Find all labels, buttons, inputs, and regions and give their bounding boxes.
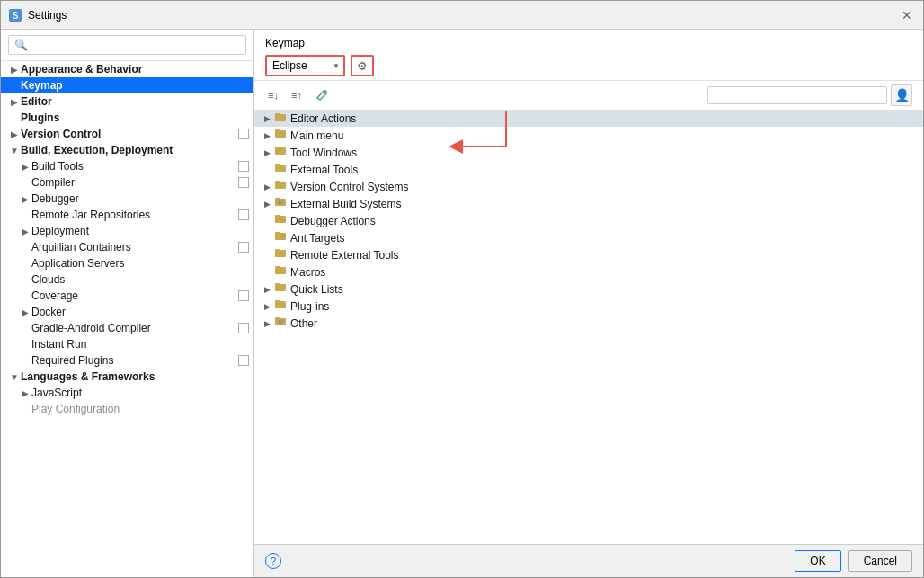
chevron-right-icon: ▶ xyxy=(262,319,272,328)
bottom-bar: ? OK Cancel xyxy=(254,544,923,577)
sidebar-item-debugger[interactable]: ▶ Debugger xyxy=(1,191,253,207)
tree-item-debugger-actions[interactable]: ▶ Debugger Actions xyxy=(254,212,923,229)
chevron-right-icon: ▶ xyxy=(262,182,272,191)
badge xyxy=(237,241,250,253)
sidebar-item-vcs[interactable]: ▶ Version Control xyxy=(1,126,253,142)
folder-icon xyxy=(274,299,287,313)
sidebar-item-build[interactable]: ▼ Build, Execution, Deployment xyxy=(1,142,253,158)
chevron-right-icon: ▶ xyxy=(19,194,31,204)
sidebar-item-javascript[interactable]: ▶ JavaScript xyxy=(1,385,253,401)
tree-item-editor-actions[interactable]: ▶ Editor Actions xyxy=(254,111,923,127)
sidebar-item-remote-jar[interactable]: Remote Jar Repositories xyxy=(1,207,253,223)
badge xyxy=(237,160,250,173)
tree-item-external-build[interactable]: ▶ External Build Systems xyxy=(254,195,923,212)
folder-icon xyxy=(274,248,287,262)
sidebar-item-compiler[interactable]: Compiler xyxy=(1,174,253,191)
help-button[interactable]: ? xyxy=(265,553,281,569)
sidebar: ▶ Appearance & Behavior Keymap ▶ Editor … xyxy=(1,30,254,577)
sidebar-item-appearance[interactable]: ▶ Appearance & Behavior xyxy=(1,61,253,77)
sort-icon: ≡↑ xyxy=(291,89,306,102)
chevron-right-icon: ▶ xyxy=(262,302,272,311)
keymap-gear-button[interactable]: ⚙ xyxy=(351,55,374,76)
gear-folder-icon xyxy=(274,316,287,330)
tree-item-label: Version Control Systems xyxy=(290,181,408,193)
sidebar-item-label: Version Control xyxy=(21,128,101,140)
sidebar-item-editor[interactable]: ▶ Editor xyxy=(1,93,253,110)
title-bar: S Settings ✕ xyxy=(1,1,923,30)
tree-item-label: External Build Systems xyxy=(290,198,401,210)
sidebar-item-keymap[interactable]: Keymap xyxy=(1,77,253,93)
sidebar-item-app-servers[interactable]: Application Servers xyxy=(1,255,253,271)
sort-button[interactable]: ≡↑ xyxy=(289,85,308,105)
sidebar-item-label: Clouds xyxy=(31,273,65,286)
tree-item-label: Editor Actions xyxy=(290,112,356,125)
tree-item-quick-lists[interactable]: ▶ Quick Lists xyxy=(254,280,923,298)
sidebar-item-label: Languages & Frameworks xyxy=(21,370,155,383)
sidebar-item-label: Application Servers xyxy=(31,257,124,270)
folder-icon xyxy=(274,163,287,176)
sidebar-item-required-plugins[interactable]: Required Plugins xyxy=(1,352,253,369)
sidebar-item-play-configuration[interactable]: Play Configuration xyxy=(1,401,253,417)
chevron-right-icon: ▶ xyxy=(262,148,272,157)
svg-rect-21 xyxy=(275,232,280,235)
sidebar-item-deployment[interactable]: ▶ Deployment xyxy=(1,223,253,239)
tree-item-other[interactable]: ▶ Other xyxy=(254,315,923,332)
keymap-header: Keymap Eclipse Default Mac OS X Emacs Ne… xyxy=(254,30,923,81)
chevron-right-icon: ▶ xyxy=(8,65,21,75)
keymap-row: Eclipse Default Mac OS X Emacs NetBeans … xyxy=(265,55,912,76)
tree-item-ant-targets[interactable]: ▶ Ant Targets xyxy=(254,229,923,246)
cancel-button[interactable]: Cancel xyxy=(848,550,912,572)
tree-item-label: Tool Windows xyxy=(290,147,357,159)
sidebar-tree: ▶ Appearance & Behavior Keymap ▶ Editor … xyxy=(1,61,253,577)
sidebar-item-label: Play Configuration xyxy=(31,403,120,415)
sidebar-item-plugins[interactable]: Plugins xyxy=(1,110,253,126)
sidebar-item-build-tools[interactable]: ▶ Build Tools xyxy=(1,158,253,174)
sort-alpha-button[interactable]: ≡↓ xyxy=(265,85,285,105)
folder-icon xyxy=(274,265,287,279)
tree-item-label: Remote External Tools xyxy=(290,249,399,262)
sidebar-item-label: Build, Execution, Deployment xyxy=(21,144,173,156)
sidebar-item-gradle-android[interactable]: Gradle-Android Compiler xyxy=(1,320,253,336)
svg-rect-27 xyxy=(275,283,280,286)
svg-rect-25 xyxy=(275,266,280,269)
sidebar-item-clouds[interactable]: Clouds xyxy=(1,271,253,288)
tree-item-vcs[interactable]: ▶ Version Control Systems xyxy=(254,178,923,195)
close-button[interactable]: ✕ xyxy=(898,6,916,24)
keymap-select-wrap: Eclipse Default Mac OS X Emacs NetBeans … xyxy=(265,55,345,76)
keymap-tree-content: ▶ Editor Actions ▶ Main menu xyxy=(254,111,923,544)
editor-actions-icon xyxy=(274,112,287,125)
svg-text:≡↓: ≡↓ xyxy=(268,90,279,101)
tree-item-main-menu[interactable]: ▶ Main menu xyxy=(254,127,923,144)
sidebar-item-label: Deployment xyxy=(31,225,89,237)
tree-item-label: Main menu xyxy=(290,129,343,142)
svg-rect-23 xyxy=(275,249,280,252)
tree-item-label: Plug-ins xyxy=(290,300,329,313)
badge xyxy=(237,176,250,189)
svg-rect-31 xyxy=(275,317,280,320)
main-content: ▶ Appearance & Behavior Keymap ▶ Editor … xyxy=(1,30,923,577)
keymap-search-input[interactable] xyxy=(707,86,887,104)
sidebar-item-arquillian[interactable]: Arquillian Containers xyxy=(1,239,253,255)
tree-item-external-tools[interactable]: ▶ External Tools xyxy=(254,161,923,178)
ok-button[interactable]: OK xyxy=(795,550,840,572)
tree-item-label: Debugger Actions xyxy=(290,215,376,227)
tree-item-plugins[interactable]: ▶ Plug-ins xyxy=(254,298,923,315)
badge-icon xyxy=(238,209,249,220)
sidebar-item-docker[interactable]: ▶ Docker xyxy=(1,304,253,320)
keymap-select[interactable]: Eclipse Default Mac OS X Emacs NetBeans … xyxy=(265,55,345,76)
sidebar-item-languages[interactable]: ▼ Languages & Frameworks xyxy=(1,369,253,385)
badge-icon xyxy=(238,290,249,301)
sidebar-search-input[interactable] xyxy=(8,35,246,55)
tree-item-label: Other xyxy=(290,317,317,330)
tree-item-macros[interactable]: ▶ Macros xyxy=(254,263,923,280)
tree-item-remote-external[interactable]: ▶ Remote External Tools xyxy=(254,246,923,263)
sidebar-item-instant-run[interactable]: Instant Run xyxy=(1,336,253,352)
sidebar-item-label: Gradle-Android Compiler xyxy=(31,322,151,334)
edit-button[interactable] xyxy=(312,85,332,105)
sidebar-item-coverage[interactable]: Coverage xyxy=(1,288,253,304)
tree-item-label: External Tools xyxy=(290,164,358,176)
folder-icon xyxy=(274,282,287,296)
tree-item-tool-windows[interactable]: ▶ Tool Windows xyxy=(254,144,923,161)
badge xyxy=(237,128,250,140)
folder-icon xyxy=(274,231,287,245)
